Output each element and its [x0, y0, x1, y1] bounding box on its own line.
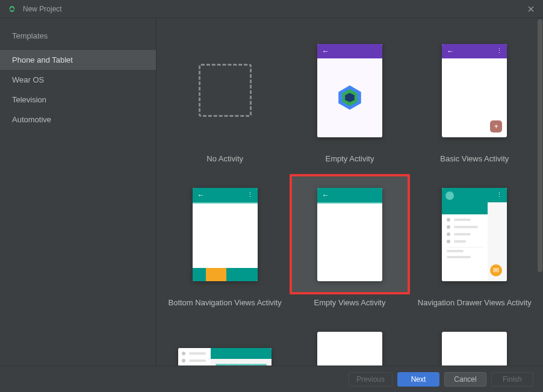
template-preview	[165, 30, 285, 151]
sidebar: Templates Phone and Tablet Wear OS Telev…	[0, 18, 157, 366]
phone-preview: ++	[442, 332, 507, 366]
no-activity-icon	[199, 64, 252, 117]
appbar	[211, 348, 272, 359]
cancel-button[interactable]: Cancel	[444, 372, 486, 387]
phone-preview: ←	[317, 188, 382, 281]
template-preview: ←	[290, 30, 410, 151]
back-arrow-icon: ←	[197, 191, 205, 199]
template-label: Bottom Navigation Views Activity	[168, 298, 281, 307]
template-label: Basic Views Activity	[440, 154, 509, 163]
phone-preview: ← ⋮	[193, 188, 258, 281]
template-preview: ←	[290, 174, 410, 294]
appbar: ⋮	[488, 188, 507, 202]
sidebar-item-label: Television	[12, 95, 46, 104]
template-label: Empty Views Activity	[314, 298, 386, 307]
sidebar-item-wear-os[interactable]: Wear OS	[0, 70, 156, 90]
phone-preview: ⋮ ✉	[442, 188, 507, 281]
template-grid-area: No Activity ←	[157, 18, 543, 366]
compose-logo-icon	[335, 82, 365, 113]
fab-icon: ✉	[490, 264, 502, 276]
scrollbar[interactable]	[537, 18, 543, 366]
template-preview: ++	[414, 318, 535, 366]
template-label: Empty Activity	[326, 154, 374, 163]
template-grid: No Activity ←	[163, 30, 537, 366]
appbar: ← ⋮	[193, 188, 258, 202]
template-label: Navigation Drawer Views Activity	[418, 298, 532, 307]
template-navigation-drawer[interactable]: ⋮ ✉ Navigation Drawer Views Activity	[412, 174, 537, 307]
bottom-nav	[193, 268, 258, 281]
close-button[interactable]	[526, 4, 536, 14]
phone-preview	[317, 332, 382, 366]
footer: Previous Next Cancel Finish	[0, 366, 543, 392]
sidebar-item-label: Phone and Tablet	[12, 55, 73, 64]
phone-preview: ←	[317, 44, 382, 137]
scrollbar-thumb[interactable]	[538, 19, 542, 272]
previous-button: Previous	[349, 372, 393, 387]
overflow-menu-icon: ⋮	[247, 191, 253, 199]
window-title: New Project	[23, 5, 526, 13]
preview-body	[317, 58, 382, 137]
appbar: ← ⋮	[442, 44, 507, 58]
back-arrow-icon: ←	[447, 47, 454, 55]
android-studio-icon	[7, 4, 17, 14]
template-basic-views-activity[interactable]: ← ⋮ + Basic Views Activity	[412, 30, 537, 163]
sidebar-item-television[interactable]: Television	[0, 90, 156, 110]
template-game-activity[interactable]	[287, 318, 412, 366]
template-preview: ⋮ ✉	[414, 174, 535, 294]
cpp-icon: ++	[458, 361, 491, 366]
overflow-menu-icon: ⋮	[496, 47, 502, 55]
sidebar-item-label: Automotive	[12, 115, 51, 124]
fab-icon: +	[490, 120, 502, 132]
template-native-cpp[interactable]: ++	[412, 318, 537, 366]
content: Templates Phone and Tablet Wear OS Telev…	[0, 18, 543, 366]
back-arrow-icon: ←	[322, 191, 329, 199]
next-button[interactable]: Next	[397, 372, 439, 387]
finish-button: Finish	[491, 372, 533, 387]
new-project-window: New Project Templates Phone and Tablet W…	[0, 0, 543, 392]
template-preview: ← ⋮ +	[414, 30, 535, 151]
appbar: ←	[317, 44, 382, 58]
template-preview	[290, 318, 410, 366]
sidebar-header: Templates	[0, 26, 156, 50]
sidebar-item-automotive[interactable]: Automotive	[0, 110, 156, 129]
titlebar: New Project	[0, 0, 543, 18]
phone-preview: ← ⋮ +	[442, 44, 507, 137]
template-no-activity[interactable]: No Activity	[163, 30, 287, 163]
drawer-panel	[442, 188, 488, 281]
overflow-menu-icon: ⋮	[496, 191, 502, 199]
template-bottom-navigation[interactable]: ← ⋮ Bottom Navigation Views Activity	[163, 174, 287, 307]
tablet-preview	[178, 348, 272, 366]
template-empty-views-activity[interactable]: ← Empty Views Activity	[287, 174, 412, 307]
sidebar-item-label: Wear OS	[12, 75, 44, 84]
template-preview: ← ⋮	[165, 174, 285, 294]
template-preview	[165, 318, 285, 366]
template-label: No Activity	[206, 154, 243, 163]
back-arrow-icon: ←	[322, 47, 329, 55]
template-primary-detail[interactable]	[163, 318, 287, 366]
sidebar-item-phone-tablet[interactable]: Phone and Tablet	[0, 50, 156, 70]
avatar-icon	[445, 191, 454, 200]
template-empty-activity[interactable]: ← Empty Activity	[287, 30, 412, 163]
appbar: ←	[317, 188, 382, 202]
